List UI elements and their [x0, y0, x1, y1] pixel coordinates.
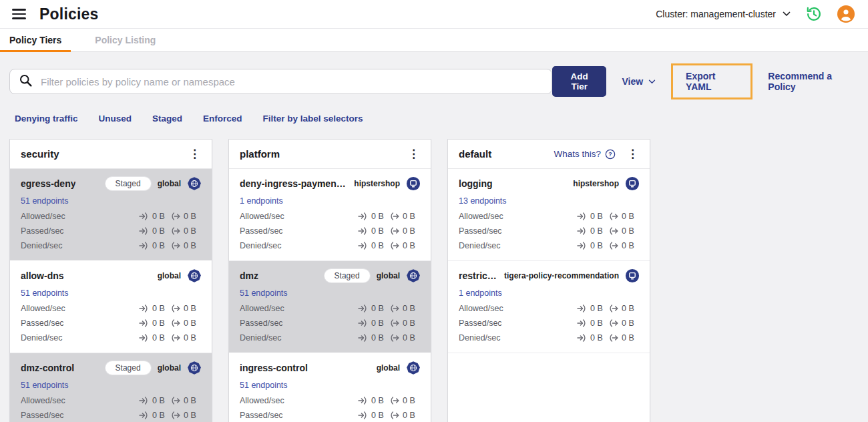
ingress-stat: 0 B — [358, 333, 389, 343]
endpoints-link[interactable]: 51 endpoints — [240, 381, 288, 390]
stat-label: Passed/sec — [240, 319, 358, 328]
export-yaml-button[interactable]: Export YAML — [686, 71, 738, 92]
egress-stat: 0 B — [170, 333, 202, 343]
ingress-icon — [139, 227, 149, 235]
egress-icon — [389, 397, 399, 405]
hamburger-menu-icon[interactable] — [11, 7, 27, 21]
ingress-stat: 0 B — [577, 241, 608, 250]
egress-stat: 0 B — [389, 411, 421, 420]
add-tier-button[interactable]: Add Tier — [552, 66, 606, 97]
policy-card[interactable]: deny-ingress-paymentservi…hipstershop1 e… — [229, 169, 431, 261]
tab-bar: Policy Tiers Policy Listing — [0, 28, 868, 52]
ingress-stat: 0 B — [358, 304, 389, 313]
policy-scope-label: hipstershop — [354, 179, 400, 188]
egress-icon — [389, 411, 399, 419]
namespace-scope-icon — [625, 176, 640, 191]
egress-value: 0 B — [403, 241, 415, 250]
egress-value: 0 B — [403, 226, 415, 236]
egress-stat: 0 B — [608, 333, 640, 343]
endpoints-link[interactable]: 51 endpoints — [21, 288, 69, 298]
egress-stat: 0 B — [170, 226, 202, 236]
policy-card[interactable]: dmz-controlStagedglobal51 endpointsAllow… — [10, 353, 212, 422]
ingress-icon — [577, 304, 587, 312]
tier-menu-kebab[interactable]: ⋮ — [624, 147, 641, 161]
stat-label: Allowed/sec — [240, 212, 358, 221]
policy-name: deny-ingress-paymentservi… — [240, 178, 348, 189]
policy-name: egress-deny — [21, 178, 75, 189]
ingress-icon — [358, 334, 368, 342]
quick-filter-link[interactable]: Enforced — [203, 114, 242, 124]
ingress-stat: 0 B — [139, 319, 170, 328]
tab-policy-tiers[interactable]: Policy Tiers — [0, 29, 71, 51]
policy-card[interactable]: restrictedtigera-policy-recommendation1 … — [448, 261, 650, 353]
egress-stat: 0 B — [170, 241, 202, 250]
ingress-icon — [139, 397, 149, 405]
ingress-icon — [577, 227, 587, 235]
stat-row: Passed/sec0 B0 B — [459, 316, 640, 331]
stat-row: Passed/sec0 B0 B — [459, 224, 640, 238]
ingress-stat: 0 B — [139, 304, 170, 313]
egress-value: 0 B — [184, 319, 196, 328]
egress-value: 0 B — [184, 411, 196, 420]
ingress-value: 0 B — [371, 226, 384, 236]
ingress-value: 0 B — [371, 319, 384, 328]
endpoints-link[interactable]: 51 endpoints — [21, 381, 69, 390]
egress-stat: 0 B — [608, 241, 640, 250]
egress-icon — [608, 242, 618, 250]
policy-search-box[interactable] — [9, 69, 552, 94]
user-avatar[interactable] — [837, 5, 855, 23]
quick-filter-link[interactable]: Filter by label selectors — [263, 114, 363, 124]
egress-icon — [389, 304, 399, 312]
ingress-icon — [358, 411, 368, 419]
ingress-icon — [577, 334, 587, 342]
tier-menu-kebab[interactable]: ⋮ — [186, 147, 203, 161]
quick-filter-link[interactable]: Denying traffic — [15, 114, 78, 124]
policy-card[interactable]: ingress-controlglobal51 endpointsAllowed… — [229, 353, 431, 422]
stat-row: Passed/sec0 B0 B — [21, 408, 202, 422]
endpoints-link[interactable]: 1 endpoints — [459, 288, 502, 298]
egress-stat: 0 B — [170, 411, 202, 420]
stat-row: Denied/sec0 B0 B — [240, 238, 421, 253]
egress-stat: 0 B — [389, 333, 421, 343]
egress-icon — [608, 334, 618, 342]
egress-stat: 0 B — [608, 304, 640, 313]
stat-row: Passed/sec0 B0 B — [240, 316, 421, 331]
ingress-value: 0 B — [371, 212, 384, 221]
policy-card[interactable]: dmzStagedglobal51 endpointsAllowed/sec0 … — [229, 261, 431, 353]
policy-name: ingress-control — [240, 363, 308, 373]
quick-filter-link[interactable]: Staged — [152, 114, 182, 124]
egress-value: 0 B — [403, 411, 415, 420]
egress-stat: 0 B — [170, 212, 202, 221]
tab-policy-tiers-label: Policy Tiers — [9, 35, 61, 45]
egress-stat: 0 B — [608, 212, 640, 221]
policy-card[interactable]: egress-denyStagedglobal51 endpointsAllow… — [10, 169, 212, 261]
recommend-policy-link[interactable]: Recommend a Policy — [768, 71, 853, 92]
policy-search-input[interactable] — [39, 75, 543, 88]
stat-label: Passed/sec — [459, 226, 577, 236]
staged-badge: Staged — [105, 361, 152, 375]
ingress-stat: 0 B — [139, 212, 170, 221]
ingress-stat: 0 B — [139, 333, 170, 343]
view-dropdown[interactable]: View — [622, 76, 656, 87]
egress-value: 0 B — [184, 396, 196, 405]
history-icon[interactable] — [805, 5, 823, 23]
endpoints-link[interactable]: 13 endpoints — [459, 196, 507, 206]
egress-stat: 0 B — [389, 319, 421, 328]
whats-this-link[interactable]: Whats this?? — [554, 149, 616, 160]
policy-card[interactable]: allow-dnsglobal51 endpointsAllowed/sec0 … — [10, 261, 212, 353]
egress-value: 0 B — [403, 304, 415, 313]
ingress-stat: 0 B — [358, 226, 389, 236]
egress-icon — [170, 304, 180, 312]
policy-card[interactable]: logginghipstershop13 endpointsAllowed/se… — [448, 169, 650, 261]
egress-stat: 0 B — [170, 304, 202, 313]
tier-menu-kebab[interactable]: ⋮ — [405, 147, 422, 161]
global-scope-icon — [406, 268, 421, 283]
quick-filter-link[interactable]: Unused — [99, 114, 132, 124]
ingress-icon — [577, 319, 587, 327]
tab-policy-listing[interactable]: Policy Listing — [85, 29, 165, 51]
endpoints-link[interactable]: 51 endpoints — [21, 196, 69, 206]
cluster-selector[interactable]: Cluster: management-cluster — [656, 9, 791, 19]
endpoints-link[interactable]: 51 endpoints — [240, 288, 288, 298]
endpoints-link[interactable]: 1 endpoints — [240, 196, 283, 206]
ingress-icon — [139, 334, 149, 342]
